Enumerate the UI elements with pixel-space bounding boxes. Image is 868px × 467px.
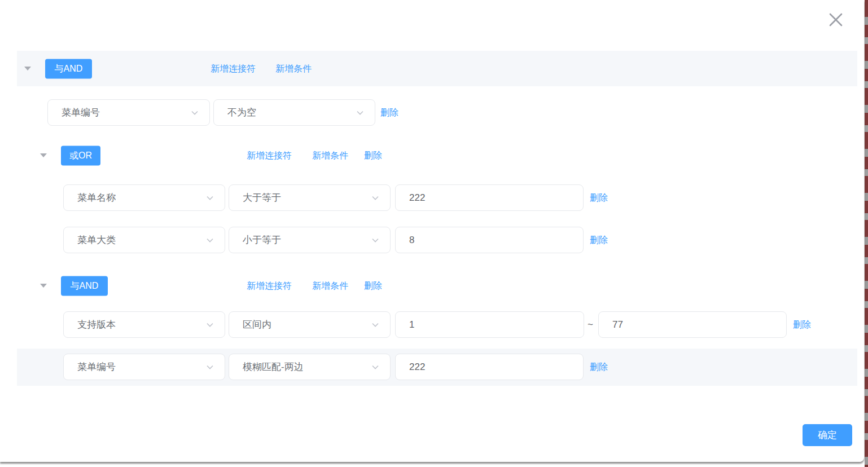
- operator-select[interactable]: 模糊匹配-两边: [229, 354, 391, 380]
- delete-condition-link[interactable]: 删除: [793, 319, 811, 331]
- operator-select-value: 模糊匹配-两边: [243, 360, 304, 373]
- confirm-button[interactable]: 确定: [803, 424, 852, 446]
- field-select[interactable]: 菜单编号: [63, 354, 225, 380]
- field-select-value: 菜单大类: [77, 233, 116, 246]
- chevron-down-icon: [371, 236, 380, 245]
- close-button[interactable]: [825, 9, 847, 30]
- operator-select[interactable]: 区间内: [229, 311, 391, 338]
- value-input[interactable]: [395, 227, 584, 253]
- delete-group-link[interactable]: 删除: [364, 280, 382, 292]
- add-connector-link[interactable]: 新增连接符: [247, 280, 292, 292]
- group-root-header: 与AND 新增连接符 新增条件: [17, 51, 857, 86]
- field-select[interactable]: 菜单名称: [63, 184, 225, 211]
- add-connector-link[interactable]: 新增连接符: [211, 63, 256, 74]
- delete-group-link[interactable]: 删除: [364, 149, 382, 161]
- add-condition-link[interactable]: 新增条件: [312, 149, 348, 161]
- field-select-value: 菜单编号: [77, 360, 116, 373]
- add-condition-link[interactable]: 新增条件: [275, 63, 312, 74]
- operator-select[interactable]: 大于等于: [229, 184, 391, 211]
- query-condition-dialog: 与AND 新增连接符 新增条件 菜单编号 不为空 删除 或OR 新增连接符 新增…: [0, 0, 864, 462]
- field-select-value: 菜单编号: [62, 106, 100, 119]
- range-from-input[interactable]: [395, 311, 584, 338]
- operator-select[interactable]: 不为空: [213, 99, 375, 126]
- add-condition-link[interactable]: 新增条件: [312, 280, 348, 292]
- chevron-down-icon: [205, 236, 214, 245]
- collapse-caret-icon[interactable]: [24, 67, 31, 71]
- chevron-down-icon: [205, 363, 214, 372]
- group-or-logic-badge[interactable]: 或OR: [61, 146, 100, 165]
- chevron-down-icon: [205, 193, 214, 202]
- chevron-down-icon: [371, 193, 380, 202]
- group-and-header: 与AND 新增连接符 新增条件 删除: [17, 272, 857, 299]
- delete-condition-link[interactable]: 删除: [590, 361, 608, 373]
- condition-row: 菜单名称 大于等于 删除: [63, 184, 853, 211]
- field-select[interactable]: 支持版本: [63, 311, 225, 338]
- chevron-down-icon: [371, 363, 380, 372]
- field-select-value: 菜单名称: [77, 191, 116, 204]
- condition-row: 菜单编号 不为空 删除: [47, 99, 838, 126]
- field-select-value: 支持版本: [77, 318, 116, 331]
- operator-select-value: 大于等于: [243, 191, 281, 204]
- operator-select[interactable]: 小于等于: [229, 227, 391, 253]
- delete-condition-link[interactable]: 删除: [380, 107, 398, 118]
- field-select[interactable]: 菜单编号: [47, 99, 210, 126]
- collapse-caret-icon[interactable]: [40, 284, 47, 288]
- page-edge-strip: [865, 0, 868, 467]
- range-separator: ~: [588, 319, 593, 331]
- condition-row: 菜单大类 小于等于 删除: [63, 227, 853, 253]
- screen: 与AND 新增连接符 新增条件 菜单编号 不为空 删除 或OR 新增连接符 新增…: [0, 0, 868, 467]
- value-input[interactable]: [395, 184, 584, 211]
- delete-condition-link[interactable]: 删除: [590, 192, 608, 204]
- chevron-down-icon: [205, 320, 214, 329]
- range-to-input[interactable]: [598, 311, 787, 338]
- delete-condition-link[interactable]: 删除: [590, 234, 608, 246]
- condition-row: 菜单编号 模糊匹配-两边 删除: [63, 354, 853, 380]
- chevron-down-icon: [356, 108, 365, 117]
- operator-select-value: 小于等于: [243, 233, 281, 246]
- chevron-down-icon: [190, 108, 199, 117]
- chevron-down-icon: [371, 320, 380, 329]
- field-select[interactable]: 菜单大类: [63, 227, 225, 253]
- condition-row: 支持版本 区间内 ~ 删除: [63, 311, 853, 338]
- group-or-header: 或OR 新增连接符 新增条件 删除: [17, 142, 857, 169]
- operator-select-value: 不为空: [227, 106, 256, 119]
- group-and-logic-badge[interactable]: 与AND: [61, 276, 108, 296]
- collapse-caret-icon[interactable]: [40, 153, 47, 157]
- operator-select-value: 区间内: [243, 318, 271, 331]
- close-icon: [827, 11, 845, 29]
- group-root-logic-badge[interactable]: 与AND: [45, 59, 92, 78]
- add-connector-link[interactable]: 新增连接符: [247, 149, 292, 161]
- value-input[interactable]: [395, 354, 584, 380]
